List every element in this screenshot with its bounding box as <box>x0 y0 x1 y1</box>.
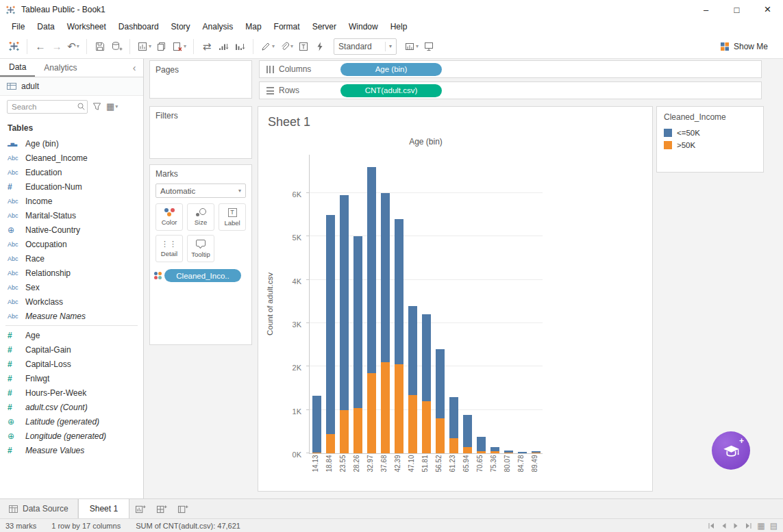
tab-data-source[interactable]: Data Source <box>0 499 78 518</box>
bar[interactable] <box>504 451 513 453</box>
menu-format[interactable]: Format <box>268 19 306 34</box>
field-item[interactable]: ⊕Latitude (generated) <box>0 414 143 429</box>
bar-segment[interactable] <box>340 195 349 410</box>
save-button[interactable] <box>92 38 108 55</box>
bar[interactable] <box>463 415 472 453</box>
bar-segment[interactable] <box>436 418 445 453</box>
field-item[interactable]: #adult.csv (Count) <box>0 400 143 414</box>
field-item[interactable]: AbcSex <box>0 280 143 294</box>
tab-data[interactable]: Data <box>0 59 35 77</box>
cell-size-button[interactable]: ▾ <box>402 38 421 55</box>
show-tabs-icon[interactable]: ▤ <box>770 521 778 531</box>
menu-map[interactable]: Map <box>239 19 267 34</box>
back-button[interactable]: ← <box>32 38 49 55</box>
bar-segment[interactable] <box>395 219 403 364</box>
bar[interactable] <box>395 219 403 453</box>
sort-descending-button[interactable] <box>232 38 248 55</box>
bar-segment[interactable] <box>490 451 499 453</box>
bar-segment[interactable] <box>422 401 431 453</box>
bar-segment[interactable] <box>312 453 321 453</box>
minimize-icon[interactable]: – <box>691 0 721 19</box>
field-item[interactable]: AbcOccupation <box>0 237 143 251</box>
bar[interactable] <box>381 193 390 453</box>
next-sheet-icon[interactable] <box>732 522 740 529</box>
bar[interactable] <box>422 314 431 453</box>
bar-segment[interactable] <box>477 437 486 451</box>
presentation-button[interactable] <box>421 38 437 55</box>
last-sheet-icon[interactable] <box>745 522 752 529</box>
clear-sheet-button[interactable]: ▾ <box>170 38 188 55</box>
bar-segment[interactable] <box>532 453 540 453</box>
field-item[interactable]: AbcWorkclass <box>0 294 143 309</box>
field-item[interactable]: #Capital-Gain <box>0 342 143 357</box>
menu-data[interactable]: Data <box>31 19 60 34</box>
field-item[interactable]: AbcMeasure Names <box>0 309 143 323</box>
new-worksheet-button[interactable]: ▾ <box>135 38 153 55</box>
undo-button[interactable]: ↶▾ <box>65 38 82 55</box>
bar[interactable] <box>367 167 376 453</box>
rows-shelf[interactable]: Rows CNT(adult.csv) <box>259 81 762 99</box>
bar-segment[interactable] <box>353 408 362 454</box>
new-story-tab-button[interactable] <box>172 499 193 518</box>
bar[interactable] <box>326 215 335 453</box>
bar[interactable] <box>518 452 527 453</box>
label-button[interactable]: T Label <box>219 203 246 231</box>
bar[interactable] <box>353 236 362 453</box>
field-item[interactable]: AbcEducation <box>0 165 143 179</box>
bar-segment[interactable] <box>367 373 376 453</box>
bar-segment[interactable] <box>340 410 349 453</box>
bar-segment[interactable] <box>463 415 472 447</box>
field-item[interactable]: #Hours-Per-Week <box>0 385 143 400</box>
bar[interactable] <box>490 447 499 453</box>
bar-segment[interactable] <box>463 447 472 454</box>
bar-segment[interactable] <box>504 453 513 453</box>
bar-segment[interactable] <box>326 434 335 454</box>
field-item[interactable]: AbcRace <box>0 251 143 266</box>
tooltip-button[interactable]: Tooltip <box>187 235 214 262</box>
columns-shelf[interactable]: Columns Age (bin) <box>259 60 762 78</box>
mark-type-select[interactable]: Automatic ▾ <box>156 183 246 198</box>
menu-story[interactable]: Story <box>165 19 197 34</box>
bar-segment[interactable] <box>408 395 417 454</box>
bar[interactable] <box>477 437 486 453</box>
field-item[interactable]: #Measure Values <box>0 443 143 457</box>
view-options-icon[interactable]: ▦ ▾ <box>106 101 118 112</box>
pages-card[interactable]: Pages <box>149 60 252 99</box>
menu-window[interactable]: Window <box>343 19 384 34</box>
bar-segment[interactable] <box>381 362 390 453</box>
bar[interactable] <box>449 397 458 453</box>
bar-segment[interactable] <box>477 451 486 453</box>
forward-button[interactable]: → <box>49 38 65 55</box>
menu-dashboard[interactable]: Dashboard <box>112 19 165 34</box>
close-icon[interactable]: × <box>752 0 783 19</box>
field-item[interactable]: ▂▅▃Age (bin) <box>0 136 143 151</box>
menu-file[interactable]: File <box>5 19 31 34</box>
bar[interactable] <box>436 349 445 453</box>
new-worksheet-tab-button[interactable] <box>129 499 151 518</box>
filters-card[interactable]: Filters <box>149 106 252 159</box>
bar[interactable] <box>312 396 321 453</box>
tab-sheet-1[interactable]: Sheet 1 <box>78 499 129 518</box>
detail-button[interactable]: ⋮⋮ Detail <box>156 235 183 262</box>
bar-segment[interactable] <box>449 438 458 453</box>
bar-segment[interactable] <box>326 215 335 434</box>
bar[interactable] <box>408 306 417 453</box>
bar-segment[interactable] <box>408 306 417 395</box>
learning-help-button[interactable]: + <box>712 431 750 470</box>
field-item[interactable]: #Age <box>0 328 143 342</box>
plot-area[interactable] <box>309 155 543 454</box>
menu-analysis[interactable]: Analysis <box>197 19 240 34</box>
field-item[interactable]: #Fnlwgt <box>0 371 143 385</box>
bar[interactable] <box>532 451 540 453</box>
highlight-button[interactable]: ▾ <box>258 38 277 55</box>
maximize-icon[interactable]: □ <box>721 0 752 19</box>
mark-labels-button[interactable] <box>295 38 312 55</box>
menu-server[interactable]: Server <box>306 19 343 34</box>
auto-updates-button[interactable] <box>312 38 328 55</box>
rows-pill-cnt[interactable]: CNT(adult.csv) <box>340 84 442 97</box>
show-filmstrip-icon[interactable]: ▦ <box>757 521 765 531</box>
field-item[interactable]: ⊕Longitude (generated) <box>0 429 143 443</box>
new-data-source-button[interactable] <box>108 38 125 55</box>
marks-color-pill[interactable]: Cleaned_Inco.. <box>164 269 241 282</box>
bar-segment[interactable] <box>381 193 390 362</box>
